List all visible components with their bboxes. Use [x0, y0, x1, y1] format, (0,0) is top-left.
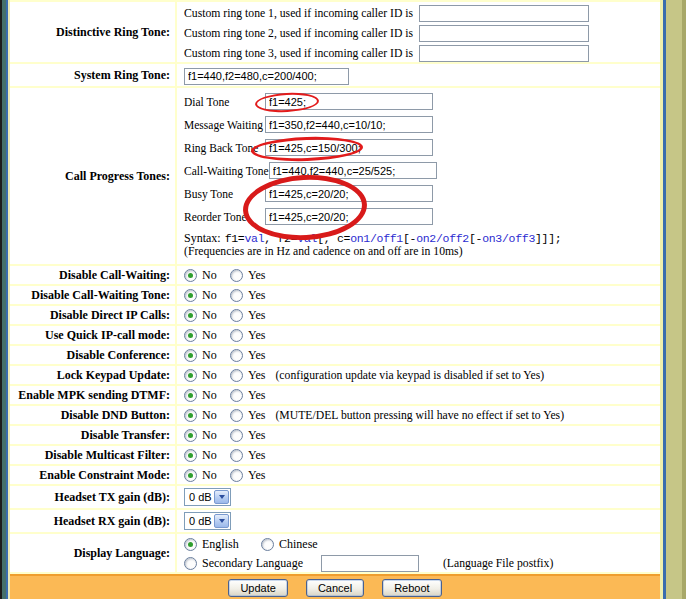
reorder-tone-name: Reorder Tone [184, 211, 265, 223]
enable-constraint-mode-yes-radio[interactable] [230, 469, 243, 482]
ring-back-tone-input[interactable] [265, 139, 433, 156]
no-option-label: No [202, 288, 230, 303]
custom-ring-tone-3-input[interactable] [419, 45, 589, 62]
lock-keypad-update-yes-radio[interactable] [230, 369, 243, 382]
row-headset-rx-gain: Headset RX gain (dB): 0 dB [10, 510, 660, 534]
yes-option-label: Yes [248, 388, 265, 403]
headset-tx-gain-label: Headset TX gain (dB): [10, 486, 175, 508]
disable-multicast-filter-no-radio[interactable] [184, 449, 197, 462]
row-distinctive-ring-tone: Distinctive Ring Tone: Custom ring tone … [10, 0, 660, 64]
row-disable-call-waiting: Disable Call-Waiting: No Yes [10, 266, 660, 286]
enable-mpk-sending-dtmf-yes-radio[interactable] [230, 389, 243, 402]
yes-option-label: Yes [248, 268, 265, 283]
distinctive-ring-tone-label: Distinctive Ring Tone: [10, 2, 175, 62]
custom-ring-tone-2-input[interactable] [419, 25, 589, 42]
update-button[interactable]: Update [228, 579, 287, 597]
disable-dnd-button-no-radio[interactable] [184, 409, 197, 422]
headset-rx-gain-select[interactable]: 0 dB [184, 512, 231, 530]
row-disable-call-waiting-tone: Disable Call-Waiting Tone: No Yes [10, 286, 660, 306]
dial-tone-input[interactable] [265, 93, 433, 110]
disable-conference-no-radio[interactable] [184, 349, 197, 362]
yes-option-label: Yes [248, 448, 265, 463]
cancel-button[interactable]: Cancel [306, 579, 364, 597]
yes-option-label: Yes [248, 428, 265, 443]
disable-multicast-filter-label: Disable Multicast Filter: [10, 446, 175, 464]
disable-transfer-label: Disable Transfer: [10, 426, 175, 444]
disable-conference-label: Disable Conference: [10, 346, 175, 364]
no-option-label: No [202, 268, 230, 283]
lock-keypad-update-label: Lock Keypad Update: [10, 366, 175, 384]
headset-rx-gain-value: 0 dB [189, 515, 212, 527]
disable-transfer-yes-radio[interactable] [230, 429, 243, 442]
headset-tx-gain-value: 0 dB [189, 491, 212, 503]
row-disable-conference: Disable Conference: No Yes [10, 346, 660, 366]
language-secondary-radio[interactable] [184, 557, 197, 570]
call-waiting-tone-input[interactable] [269, 162, 437, 179]
disable-conference-yes-radio[interactable] [230, 349, 243, 362]
row-enable-mpk-sending-dtmf: Enable MPK sending DTMF: No Yes [10, 386, 660, 406]
custom-ring-tone-1-input[interactable] [419, 5, 589, 22]
chevron-down-icon[interactable] [214, 514, 229, 528]
use-quick-ip-call-mode-no-radio[interactable] [184, 329, 197, 342]
row-call-progress-tones: Call Progress Tones: Dial Tone Message W… [10, 88, 660, 266]
disable-dnd-button-yes-radio[interactable] [230, 409, 243, 422]
no-option-label: No [202, 388, 230, 403]
disable-transfer-no-radio[interactable] [184, 429, 197, 442]
busy-tone-name: Busy Tone [184, 188, 265, 200]
disable-direct-ip-calls-no-radio[interactable] [184, 309, 197, 322]
chevron-down-icon[interactable] [214, 490, 229, 504]
disable-call-waiting-tone-label: Disable Call-Waiting Tone: [10, 286, 175, 304]
busy-tone-input[interactable] [265, 185, 433, 202]
yes-option-label: Yes [248, 368, 265, 383]
right-window-edge [682, 0, 686, 599]
language-english-label: English [202, 537, 244, 552]
enable-constraint-mode-no-radio[interactable] [184, 469, 197, 482]
row-lock-keypad-update: Lock Keypad Update: No Yes (configuratio… [10, 366, 660, 386]
reboot-button[interactable]: Reboot [382, 579, 441, 597]
disable-call-waiting-tone-yes-radio[interactable] [230, 289, 243, 302]
row-display-language: Display Language: English Chinese Second… [10, 534, 660, 574]
row-disable-dnd-button: Disable DND Button: No Yes (MUTE/DEL but… [10, 406, 660, 426]
reorder-tone-input[interactable] [265, 208, 433, 225]
headset-tx-gain-select[interactable]: 0 dB [184, 488, 231, 506]
lock-keypad-update-no-radio[interactable] [184, 369, 197, 382]
secondary-language-input[interactable] [321, 555, 419, 572]
tone-syntax-help: Syntax: f1=val, f2=val[, c=on1/off1[-on2… [184, 231, 660, 245]
yes-option-label: Yes [248, 468, 265, 483]
disable-multicast-filter-yes-radio[interactable] [230, 449, 243, 462]
row-disable-multicast-filter: Disable Multicast Filter: No Yes [10, 446, 660, 466]
no-option-label: No [202, 368, 230, 383]
headset-rx-gain-label: Headset RX gain (dB): [10, 510, 175, 532]
disable-call-waiting-yes-radio[interactable] [230, 269, 243, 282]
use-quick-ip-call-mode-yes-radio[interactable] [230, 329, 243, 342]
row-use-quick-ip-call-mode: Use Quick IP-call mode: No Yes [10, 326, 660, 346]
row-enable-constraint-mode: Enable Constraint Mode: No Yes [10, 466, 660, 486]
yes-option-label: Yes [248, 348, 265, 363]
no-option-label: No [202, 428, 230, 443]
message-waiting-input[interactable] [265, 116, 433, 133]
no-option-label: No [202, 328, 230, 343]
disable-dnd-button-label: Disable DND Button: [10, 406, 175, 424]
language-chinese-label: Chinese [279, 537, 318, 552]
row-disable-transfer: Disable Transfer: No Yes [10, 426, 660, 446]
disable-call-waiting-tone-no-radio[interactable] [184, 289, 197, 302]
call-progress-tones-label: Call Progress Tones: [10, 88, 175, 264]
language-chinese-radio[interactable] [261, 538, 274, 551]
yes-option-label: Yes [248, 288, 265, 303]
language-postfix-note: (Language File postfix) [443, 557, 553, 570]
language-english-radio[interactable] [184, 538, 197, 551]
no-option-label: No [202, 348, 230, 363]
enable-constraint-mode-label: Enable Constraint Mode: [10, 466, 175, 484]
call-waiting-tone-name: Call-Waiting Tone [184, 165, 269, 177]
system-ring-tone-input[interactable] [184, 68, 349, 85]
disable-direct-ip-calls-yes-radio[interactable] [230, 309, 243, 322]
custom-ring-tone-3-text: Custom ring tone 3, used if incoming cal… [184, 47, 413, 60]
yes-option-label: Yes [248, 308, 265, 323]
no-option-label: No [202, 448, 230, 463]
custom-ring-tone-1-text: Custom ring tone 1, used if incoming cal… [184, 7, 413, 20]
disable-call-waiting-no-radio[interactable] [184, 269, 197, 282]
message-waiting-name: Message Waiting [184, 119, 265, 131]
no-option-label: No [202, 468, 230, 483]
row-disable-direct-ip-calls: Disable Direct IP Calls: No Yes [10, 306, 660, 326]
enable-mpk-sending-dtmf-no-radio[interactable] [184, 389, 197, 402]
